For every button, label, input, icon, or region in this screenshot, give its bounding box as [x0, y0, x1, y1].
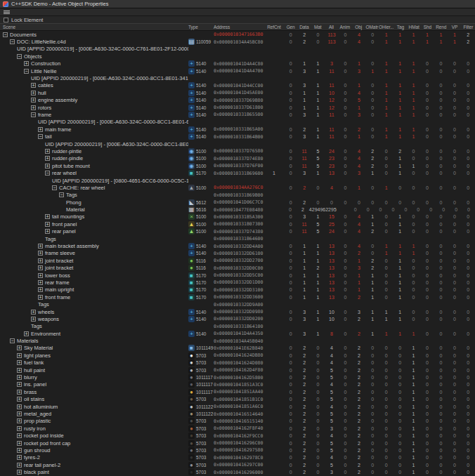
- tree-row[interactable]: +main frame+51400x0000010331B65A00021110…: [0, 126, 475, 133]
- tree-row[interactable]: +prop plastic●57030x00000104165151400205…: [0, 418, 475, 425]
- column-header-rend[interactable]: Rend: [434, 25, 448, 29]
- expand-toggle[interactable]: +: [24, 331, 29, 336]
- column-header-vp[interactable]: VP: [448, 25, 461, 29]
- collapse-toggle[interactable]: −: [38, 134, 43, 139]
- expand-toggle[interactable]: +: [31, 98, 36, 103]
- expand-toggle[interactable]: +: [38, 251, 43, 256]
- tree-row[interactable]: +light planes●57030x000001041624DB800204…: [0, 352, 475, 359]
- tree-row[interactable]: −Little Nellie+51400x000001041D4A4700031…: [0, 67, 475, 74]
- tree-row[interactable]: +gun shroud●57030x0000010416297580020502…: [0, 447, 475, 454]
- collapse-toggle[interactable]: −: [59, 192, 64, 197]
- column-header-obj[interactable]: Obj: [351, 25, 365, 29]
- tree-row[interactable]: +rocket pod front cap●57030x000001041629…: [0, 439, 475, 447]
- expand-toggle[interactable]: +: [31, 83, 36, 88]
- tree-row[interactable]: +rotors+51400x0000010337D618000111201011…: [0, 104, 475, 111]
- expand-toggle[interactable]: +: [45, 149, 50, 154]
- column-header-gen[interactable]: Gen: [284, 25, 297, 29]
- expand-toggle[interactable]: +: [45, 164, 50, 168]
- collapse-toggle[interactable]: −: [24, 69, 29, 74]
- tree-row[interactable]: −Objects: [0, 53, 475, 60]
- tree-row[interactable]: +ins. panel●10111170x000001041851A3C0020…: [0, 381, 475, 388]
- expand-toggle[interactable]: +: [31, 317, 36, 322]
- expand-toggle[interactable]: +: [17, 397, 22, 402]
- tree-row[interactable]: −DOC: LittleNellie.c4d▤1100590x000001034…: [0, 38, 475, 45]
- tree-row[interactable]: +cables+51400x000001041D44CC000311101011…: [0, 82, 475, 89]
- lock-element-checkbox[interactable]: [4, 18, 8, 22]
- expand-toggle[interactable]: +: [17, 390, 22, 395]
- tree-row[interactable]: −tail+51400x0000010331B64B00031110101110…: [0, 133, 475, 140]
- tree-row[interactable]: +rear panel▲51000x0000010337D74380011524…: [0, 228, 475, 235]
- tree-row[interactable]: +joint bracket●51160x0000010332DD2700011…: [0, 257, 475, 264]
- tree-row[interactable]: +front panel▲51000x0000010331B0730001152…: [0, 220, 475, 227]
- tree-row[interactable]: −CACHE: rear wheel▲51000x000001034AA276C…: [0, 184, 475, 191]
- expand-toggle[interactable]: +: [17, 375, 22, 380]
- tree-row[interactable]: Phong◣56120x000001041D06C7C0020000000000…: [0, 199, 475, 206]
- collapse-toggle[interactable]: −: [17, 54, 22, 59]
- expand-toggle[interactable]: +: [17, 360, 22, 365]
- tree-row[interactable]: +rocket pod inside●57030x00000104162F9CC…: [0, 432, 475, 439]
- tree-row[interactable]: +pitot tube mount◉51000x0000010337D76F00…: [0, 162, 475, 169]
- expand-toggle[interactable]: +: [38, 273, 43, 278]
- tree-row[interactable]: −Materials0x000001034A45B040: [0, 337, 475, 344]
- column-header-hmat[interactable]: HMat: [408, 25, 421, 29]
- tree-row[interactable]: Tags0x0000010331B64600: [0, 235, 475, 242]
- expand-toggle[interactable]: +: [45, 229, 50, 234]
- tree-row[interactable]: +rudder-pindle◉51000x0000010337D74E80011…: [0, 155, 475, 162]
- tree-row[interactable]: +tyres-2●57030x00000104162978C0020402000…: [0, 454, 475, 461]
- collapse-toggle[interactable]: −: [10, 39, 15, 44]
- expand-toggle[interactable]: +: [17, 433, 22, 438]
- tree-row[interactable]: +wheels+51400x0000010332DD09800311003111…: [0, 308, 475, 315]
- expand-toggle[interactable]: +: [17, 455, 22, 460]
- expand-toggle[interactable]: +: [38, 265, 43, 270]
- tree-row[interactable]: +lower boss■51700x0000010332DD5C00011130…: [0, 272, 475, 279]
- tree-row[interactable]: +blurry●10111170x00000104162D58000205020…: [0, 373, 475, 381]
- expand-toggle[interactable]: +: [31, 91, 36, 95]
- collapse-toggle[interactable]: −: [3, 32, 8, 37]
- tree-row[interactable]: UID [APPID 200000219] - [000E-A630-324C-…: [0, 119, 475, 126]
- tree-row[interactable]: +oil stains●57030x000001041851B1C0020502…: [0, 396, 475, 403]
- tree-row[interactable]: +engine assembly+51400x0000010337D69B800…: [0, 97, 475, 104]
- expand-toggle[interactable]: +: [17, 404, 22, 409]
- tree-row[interactable]: +rusty iron●57030x00000104162F8F40020302…: [0, 425, 475, 432]
- tree-row[interactable]: −Tags0x0000010331B69B00: [0, 192, 475, 199]
- column-header-data[interactable]: Data: [297, 25, 311, 29]
- expand-toggle[interactable]: +: [24, 61, 29, 66]
- tree-row[interactable]: +hull paint●57030x00000104162D4F80020502…: [0, 366, 475, 373]
- expand-toggle[interactable]: +: [38, 258, 43, 263]
- expand-toggle[interactable]: +: [38, 287, 43, 292]
- expand-toggle[interactable]: +: [31, 105, 36, 110]
- collapse-toggle[interactable]: −: [31, 112, 36, 117]
- column-header-all[interactable]: All: [325, 25, 338, 29]
- tree-row[interactable]: +weapons+51400x0000010332DD0200031100211…: [0, 315, 475, 322]
- expand-toggle[interactable]: +: [17, 418, 22, 423]
- tree-row[interactable]: +main upright■51700x0000010332DD31000111…: [0, 286, 475, 293]
- tree-row[interactable]: UID [APPID 200000219] - [000E-A630-324C-…: [0, 46, 475, 53]
- hamburger-menu-icon[interactable]: [4, 10, 10, 15]
- tree-row[interactable]: −Documents0x00000103471663B0020113040111…: [0, 31, 475, 38]
- tree-row[interactable]: +main bracket assembly+51400x0000010332D…: [0, 242, 475, 249]
- tree-row[interactable]: +rear frame■51700x0000010332DD1D00011130…: [0, 279, 475, 286]
- tree-row[interactable]: +rear tail panel-2●57030x0000010416297C0…: [0, 461, 475, 468]
- column-header-shd[interactable]: Shd: [421, 25, 434, 29]
- expand-toggle[interactable]: +: [17, 426, 22, 431]
- column-header-omatr[interactable]: OMatr: [365, 25, 379, 29]
- expand-toggle[interactable]: +: [38, 244, 43, 249]
- expand-toggle[interactable]: +: [17, 345, 22, 350]
- column-header-refcnt[interactable]: RefCnt: [264, 25, 284, 29]
- tree-row[interactable]: +tail mountings×51000x0000010331B5A30003…: [0, 213, 475, 220]
- tree-row[interactable]: +joint bracket●51160x0000010332DD0C00012…: [0, 265, 475, 272]
- tree-row[interactable]: +Environment+51400x000001041D4A435003180…: [0, 330, 475, 337]
- tree-row[interactable]: +rudder-pintle◉51000x0000010337D76580011…: [0, 147, 475, 154]
- tree-row[interactable]: UID [APPID 200000219] - [000E-A630-324C-…: [0, 140, 475, 147]
- expand-toggle[interactable]: +: [38, 280, 43, 285]
- tree-row[interactable]: Tags0x0000010331B64100: [0, 323, 475, 330]
- tree-row[interactable]: +frame sleeve+51400x0000010332DD61000111…: [0, 250, 475, 257]
- expand-toggle[interactable]: +: [17, 463, 22, 468]
- collapse-toggle[interactable]: −: [10, 338, 15, 343]
- tree-row[interactable]: +hull+51400x000001041D45AE00011100401110…: [0, 89, 475, 96]
- column-header-tag[interactable]: Tag: [393, 25, 407, 29]
- tree-row[interactable]: −rear wheel■51700x0000010331B69600103113…: [0, 169, 475, 176]
- expand-toggle[interactable]: +: [17, 382, 22, 387]
- column-header-address[interactable]: Address: [214, 25, 264, 29]
- tree-row[interactable]: +metal_aged●10111220x0000010416514640020…: [0, 410, 475, 417]
